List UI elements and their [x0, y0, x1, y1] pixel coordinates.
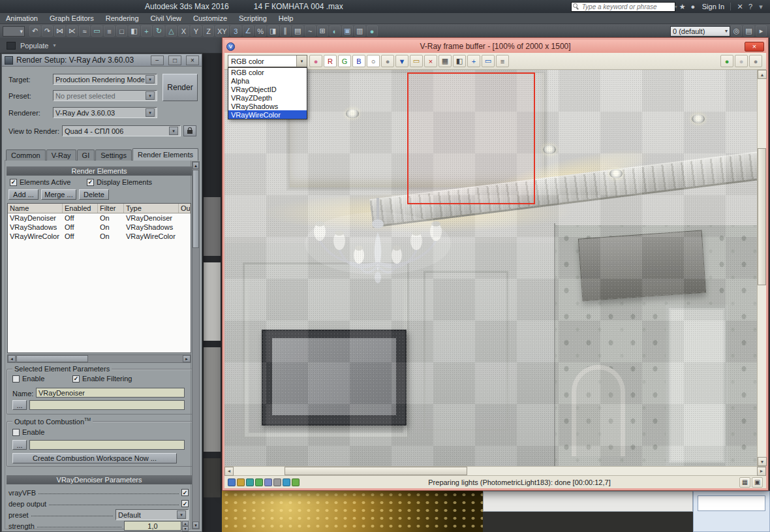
- stamp-toggle-icon[interactable]: ▦: [739, 477, 750, 488]
- search-box[interactable]: ▾: [571, 2, 675, 12]
- save-image-button[interactable]: ▼: [395, 55, 408, 67]
- minimize-button[interactable]: −: [151, 55, 164, 65]
- layer-combo[interactable]: 0 (default) ▾: [670, 26, 730, 37]
- checkbox-checked-icon[interactable]: ✓: [10, 179, 17, 186]
- denoiser-preset-dropdown[interactable]: Default ▾: [116, 509, 189, 520]
- populate-caret-icon[interactable]: ▾: [53, 42, 55, 48]
- close-button[interactable]: ×: [186, 55, 199, 65]
- axis-y-button[interactable]: Y: [191, 25, 202, 37]
- scroll-left-icon[interactable]: ◄: [8, 355, 16, 362]
- track-mouse-while-rendering-button[interactable]: +: [467, 55, 480, 67]
- render-setup-scrollbar[interactable]: ▲ ▼: [192, 161, 200, 529]
- status-extra-icon[interactable]: [292, 478, 300, 486]
- copy-to-clipboard-button[interactable]: ▦: [439, 55, 452, 67]
- layer-manager-icon[interactable]: ▤: [292, 25, 303, 37]
- vfb-help-button[interactable]: ●: [749, 55, 762, 67]
- menu-graph-editors[interactable]: Graph Editors: [44, 13, 100, 23]
- workspace-combo[interactable]: ▾: [3, 26, 25, 37]
- angle-snap-icon[interactable]: ∠: [243, 25, 254, 37]
- checkbox-checked-icon[interactable]: ✓: [87, 179, 94, 186]
- status-save-all-icon[interactable]: [228, 478, 236, 486]
- green-channel-button[interactable]: G: [338, 55, 351, 67]
- show-corrections-control-button[interactable]: ●: [720, 55, 733, 67]
- tab-gi[interactable]: GI: [77, 149, 95, 161]
- material-editor-icon[interactable]: ◐: [330, 25, 341, 37]
- spinner-down-icon[interactable]: ▾: [182, 526, 189, 531]
- render-button[interactable]: Render: [162, 74, 198, 101]
- rotate-icon[interactable]: ↻: [153, 25, 164, 37]
- col-filter[interactable]: Filter: [98, 204, 124, 213]
- table-row[interactable]: VRayWireColor Off On VRayWireColor: [8, 232, 191, 241]
- col-name[interactable]: Name: [8, 204, 63, 213]
- unlink-icon[interactable]: ⋉: [67, 25, 78, 37]
- lock-view-button[interactable]: [183, 125, 196, 136]
- autodesk-a360-icon[interactable]: ✕: [735, 1, 745, 12]
- maximize-button[interactable]: □: [168, 55, 181, 65]
- checkbox-unchecked-icon[interactable]: [12, 375, 20, 383]
- denoiser-preset-caret-icon[interactable]: ▾: [177, 510, 186, 519]
- channel-option[interactable]: VRayZDepth: [228, 93, 307, 102]
- render-production-icon[interactable]: ●: [367, 25, 378, 37]
- axis-xy-button[interactable]: XY: [215, 25, 229, 37]
- tab-settings[interactable]: Settings: [95, 149, 132, 161]
- vfb-horizontal-scrollbar[interactable]: ◄ ►: [224, 466, 766, 475]
- user-icon[interactable]: ●: [688, 1, 698, 12]
- channel-option[interactable]: VRayObjectID: [228, 85, 307, 93]
- combustion-enable-checkbox[interactable]: Enable: [12, 428, 44, 436]
- duplicate-to-host-frame-button[interactable]: ◧: [453, 55, 466, 67]
- spinner-up-icon[interactable]: ▴: [182, 521, 189, 526]
- snap-toggle-icon[interactable]: 3: [230, 25, 241, 37]
- scroll-thumb[interactable]: [285, 467, 467, 475]
- blue-channel-button[interactable]: B: [352, 55, 365, 67]
- delete-element-button[interactable]: Delete: [79, 189, 109, 200]
- enable-checkbox[interactable]: Enable: [12, 375, 44, 383]
- sign-in-link[interactable]: Sign In: [702, 3, 724, 10]
- mirror-icon[interactable]: ◨: [268, 25, 279, 37]
- menu-rendering[interactable]: Rendering: [100, 13, 145, 23]
- table-row[interactable]: VRayShadows Off On VRayShadows: [8, 223, 191, 232]
- element-output-path-field[interactable]: [29, 400, 185, 410]
- browse-output-button[interactable]: ...: [12, 400, 27, 410]
- vrayvfb-checkbox[interactable]: ✓: [181, 489, 189, 496]
- table-horizontal-scrollbar[interactable]: ◄ ►: [7, 354, 191, 363]
- scroll-right-icon[interactable]: ►: [757, 467, 766, 476]
- channel-option[interactable]: Alpha: [228, 76, 307, 85]
- render-elements-table[interactable]: Name Enabled Filter Type Ou VRayDenoiser…: [7, 203, 191, 353]
- select-link-icon[interactable]: ⋈: [54, 25, 65, 37]
- help-caret-icon[interactable]: ▾: [756, 1, 766, 12]
- scroll-down-icon[interactable]: ▼: [758, 457, 767, 466]
- channel-option-highlighted[interactable]: VRayWireColor: [228, 110, 307, 119]
- channel-option[interactable]: VRayShadows: [228, 102, 307, 110]
- scale-icon[interactable]: △: [166, 25, 177, 37]
- element-name-field[interactable]: VRayDenoiser: [36, 388, 185, 398]
- align-icon[interactable]: ∥: [280, 25, 291, 37]
- curve-editor-icon[interactable]: ~: [305, 25, 316, 37]
- checkbox-checked-icon[interactable]: ✓: [72, 375, 80, 383]
- combustion-path-field[interactable]: [29, 440, 185, 450]
- renderer-dropdown[interactable]: V-Ray Adv 3.60.03 ▾: [53, 107, 157, 118]
- tab-render-elements[interactable]: Render Elements: [132, 148, 198, 161]
- channel-option[interactable]: RGB color: [228, 68, 307, 76]
- scroll-left-icon[interactable]: ◄: [224, 467, 234, 476]
- render-region-rectangle[interactable]: [407, 72, 535, 204]
- isolate-selection-icon[interactable]: ◎: [731, 25, 742, 37]
- merge-elements-button[interactable]: Merge ...: [41, 189, 76, 200]
- create-combustion-workspace-button[interactable]: Create Combustion Workspace Now ...: [12, 453, 177, 463]
- rendered-frame-window-icon[interactable]: ▥: [354, 25, 365, 37]
- tab-vray[interactable]: V-Ray: [46, 149, 76, 161]
- scroll-up-icon[interactable]: ▲: [192, 162, 199, 169]
- color-corrections-icon[interactable]: ●: [309, 55, 322, 67]
- combustion-browse-button[interactable]: ...: [12, 440, 27, 450]
- percent-snap-icon[interactable]: %: [255, 25, 266, 37]
- layer-combo-caret-icon[interactable]: ▾: [725, 28, 728, 34]
- status-mono-icon[interactable]: [273, 478, 281, 486]
- vfb-titlebar[interactable]: V V-Ray frame buffer - [100% of 2000 x 1…: [224, 40, 766, 53]
- scroll-thumb[interactable]: [192, 170, 199, 248]
- table-row[interactable]: VRayDenoiser Off On VRayDenoiser: [8, 213, 191, 223]
- load-image-button[interactable]: ▭: [410, 55, 423, 67]
- deep-output-checkbox[interactable]: ✓: [181, 500, 189, 507]
- select-by-name-icon[interactable]: ≡: [104, 25, 115, 37]
- scroll-thumb[interactable]: [16, 355, 88, 362]
- channel-combo[interactable]: RGB color ▾: [228, 55, 307, 67]
- rendered-image[interactable]: [224, 70, 757, 466]
